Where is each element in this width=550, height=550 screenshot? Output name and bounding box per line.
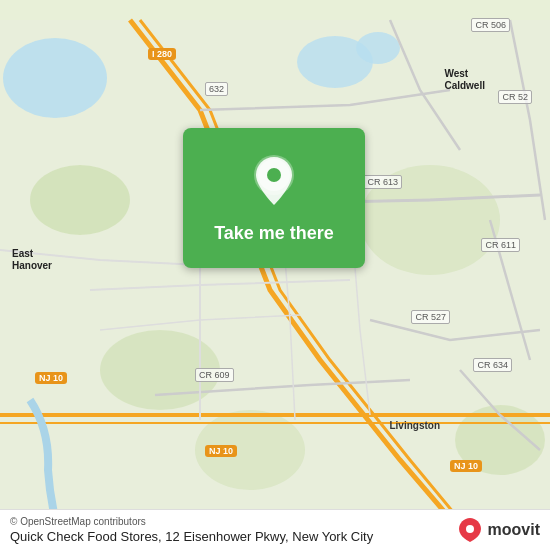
moovit-logo: moovit: [456, 516, 540, 544]
svg-point-11: [3, 38, 107, 118]
cta-label: Take me there: [214, 223, 334, 244]
cr506-label: CR 506: [471, 18, 510, 32]
cr613-label: CR 613: [363, 175, 402, 189]
cr52-label: CR 52: [498, 90, 532, 104]
osm-credit: © OpenStreetMap contributors: [10, 516, 456, 527]
svg-point-6: [30, 165, 130, 235]
moovit-icon: [456, 516, 484, 544]
take-me-there-button[interactable]: Take me there: [183, 128, 365, 268]
bottom-info: © OpenStreetMap contributors Quick Check…: [10, 516, 456, 544]
nj10-label-1: NJ 10: [35, 372, 67, 384]
cr632-label: 632: [205, 82, 228, 96]
cr634-label: CR 634: [473, 358, 512, 372]
livingston-label: Livingston: [389, 420, 440, 431]
cr611-label: CR 611: [481, 238, 520, 252]
bottom-bar: © OpenStreetMap contributors Quick Check…: [0, 509, 550, 550]
cr609-label: CR 609: [195, 368, 234, 382]
svg-point-13: [356, 32, 400, 64]
map-container: Passaic River: [0, 0, 550, 550]
svg-point-17: [466, 525, 474, 533]
i280-label: I 280: [148, 48, 176, 60]
location-name: Quick Check Food Stores, 12 Eisenhower P…: [10, 529, 456, 544]
west-caldwell-label: West Caldwell: [444, 68, 485, 92]
nj10-label-2: NJ 10: [205, 445, 237, 457]
east-hanover-label: East Hanover: [12, 248, 52, 272]
moovit-text: moovit: [488, 521, 540, 539]
svg-point-16: [267, 168, 281, 182]
cr527-label: CR 527: [411, 310, 450, 324]
location-pin-icon: [250, 153, 298, 211]
nj10-label-3: NJ 10: [450, 460, 482, 472]
